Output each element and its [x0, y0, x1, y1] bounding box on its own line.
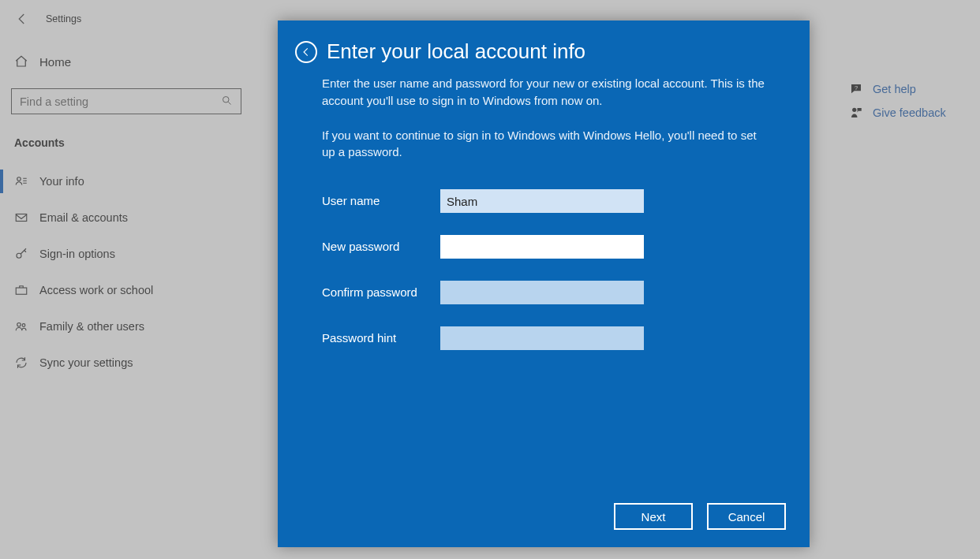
- new-password-label: New password: [322, 238, 440, 255]
- next-button[interactable]: Next: [614, 503, 693, 530]
- confirm-password-field[interactable]: [440, 281, 644, 304]
- username-label: User name: [322, 192, 440, 210]
- username-field[interactable]: [440, 189, 644, 213]
- cancel-button-label: Cancel: [728, 510, 765, 524]
- new-password-field[interactable]: [440, 235, 644, 259]
- account-form: User name New password Confirm password …: [322, 189, 765, 350]
- cancel-button[interactable]: Cancel: [707, 503, 786, 530]
- local-account-dialog: Enter your local account info Enter the …: [278, 20, 810, 547]
- dialog-back-button[interactable]: [295, 41, 317, 63]
- dialog-paragraph-2: If you want to continue to sign in to Wi…: [322, 127, 765, 162]
- dialog-paragraph-1: Enter the user name and password for you…: [322, 75, 765, 110]
- dialog-title: Enter your local account info: [327, 39, 585, 64]
- password-hint-label: Password hint: [322, 330, 440, 347]
- next-button-label: Next: [641, 510, 666, 524]
- confirm-password-label: Confirm password: [322, 284, 440, 301]
- password-hint-field[interactable]: [440, 326, 644, 350]
